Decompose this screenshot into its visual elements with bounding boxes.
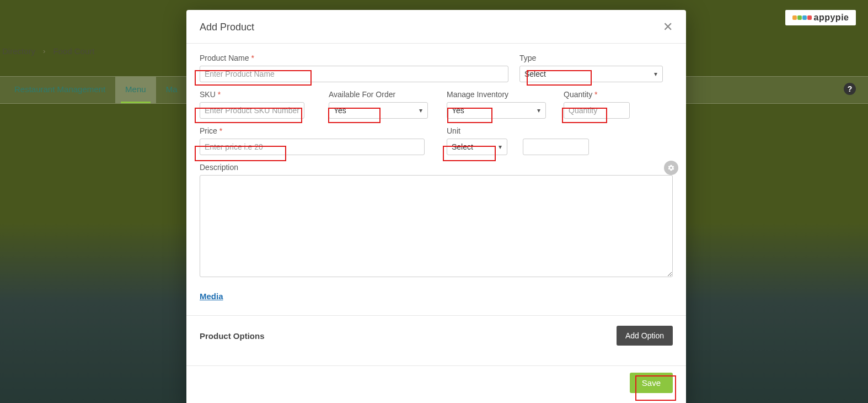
close-icon[interactable]: ✕ bbox=[663, 21, 673, 33]
breadcrumb: Directory › Food Court bbox=[2, 46, 94, 56]
quantity-input[interactable] bbox=[564, 102, 630, 119]
modal-title: Add Product bbox=[200, 22, 254, 33]
available-select[interactable]: Yes bbox=[329, 102, 428, 119]
breadcrumb-current[interactable]: Food Court bbox=[53, 46, 94, 56]
logo: appypie bbox=[785, 10, 856, 25]
unit-label: Unit bbox=[447, 126, 589, 135]
chevron-right-icon: › bbox=[43, 47, 45, 55]
available-label: Available For Order bbox=[329, 90, 428, 99]
description-textarea[interactable] bbox=[200, 175, 673, 277]
logo-text: appypie bbox=[814, 13, 849, 23]
gear-icon[interactable] bbox=[664, 161, 678, 175]
product-name-input[interactable] bbox=[200, 66, 508, 82]
product-options-title: Product Options bbox=[200, 331, 265, 341]
price-input[interactable] bbox=[200, 139, 425, 155]
type-select[interactable]: Select bbox=[519, 66, 663, 82]
price-label: Price * bbox=[200, 126, 425, 135]
save-button[interactable]: Save bbox=[630, 373, 673, 393]
logo-icon bbox=[792, 15, 812, 20]
sku-label: SKU * bbox=[200, 90, 304, 99]
help-icon[interactable]: ? bbox=[844, 83, 856, 95]
product-name-label: Product Name * bbox=[200, 54, 508, 62]
manage-inventory-label: Manage Inventory bbox=[447, 90, 546, 99]
unit-select[interactable]: Select bbox=[447, 139, 507, 155]
tab-menu[interactable]: Menu bbox=[115, 77, 156, 103]
media-link[interactable]: Media bbox=[200, 291, 223, 301]
sku-input[interactable] bbox=[200, 102, 304, 119]
tab-restaurant-management[interactable]: Restaurant Management bbox=[4, 77, 115, 103]
breadcrumb-root[interactable]: Directory bbox=[2, 46, 35, 56]
type-label: Type bbox=[519, 54, 673, 62]
manage-inventory-select[interactable]: Yes bbox=[447, 102, 546, 119]
add-option-button[interactable]: Add Option bbox=[617, 326, 673, 346]
description-label: Description bbox=[200, 163, 673, 172]
quantity-label: Quantity * bbox=[564, 90, 630, 99]
unit-extra-input[interactable] bbox=[523, 139, 589, 155]
add-product-modal: Add Product ✕ Product Name * Type Select… bbox=[186, 10, 686, 403]
tab-partial[interactable]: Ma bbox=[156, 77, 187, 103]
